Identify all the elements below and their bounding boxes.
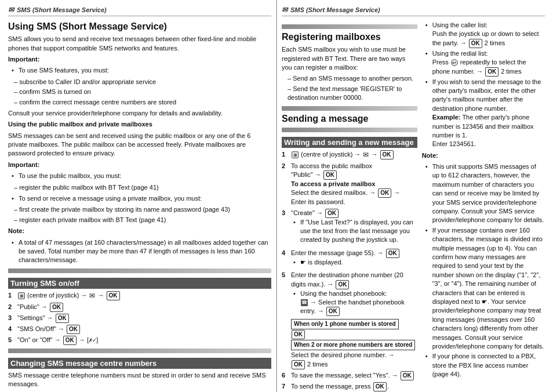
step4-note: ☛ is displayed. bbox=[293, 258, 417, 267]
list-item: register each private mailbox with BT Te… bbox=[14, 216, 271, 224]
step-item: 4 Enter the message (page 55). → OK ☛ is… bbox=[282, 249, 417, 269]
grey-bar-1 bbox=[8, 268, 271, 273]
registering-section: Registering mailboxes Each SMS mailbox y… bbox=[282, 31, 417, 103]
mail-icon-left: ✉ bbox=[8, 6, 14, 14]
step-item: 7 To send the message, press OK. To canc… bbox=[282, 382, 417, 392]
stored-box-1: When only 1 phone number is stored bbox=[291, 319, 399, 329]
mailbox-list: To use the public mailbox, you must: bbox=[12, 172, 271, 180]
mail-icon: ✉ bbox=[363, 150, 369, 160]
stored-box-2: When 2 or more phone numbers are stored bbox=[291, 340, 415, 350]
left-header: ✉ SMS (Short Message Service) bbox=[8, 6, 271, 16]
mailbox-dash-1: register the public mailbox with BT Text… bbox=[14, 183, 271, 192]
step5-note: Using the handset phonebook: ☎ → Select … bbox=[293, 289, 417, 317]
right-two-col: Registering mailboxes Each SMS mailbox y… bbox=[282, 21, 545, 392]
mailbox-body: SMS messages can be sent and received us… bbox=[8, 132, 271, 158]
ok-btn: OK bbox=[380, 150, 394, 159]
left-header-text: SMS (Short Message Service) bbox=[17, 6, 107, 13]
list-item: Using the handset phonebook: ☎ → Select … bbox=[293, 289, 417, 317]
note-label-1: Note: bbox=[8, 227, 271, 235]
changing-sms-body1: SMS message centre telephone numbers mus… bbox=[8, 371, 271, 389]
mailbox-list-2: To send or receive a message using a pri… bbox=[12, 194, 271, 203]
writing-title: Writing and sending a new message bbox=[282, 137, 417, 148]
list-item: If "Use Last Text?" is displayed, you ca… bbox=[293, 218, 417, 245]
ok-btn: OK bbox=[50, 303, 63, 312]
grey-bar-3 bbox=[282, 24, 417, 29]
list-item: This unit supports SMS messages of up to… bbox=[425, 162, 545, 225]
ok-btn: OK bbox=[326, 307, 340, 316]
list-item: To use the public mailbox, you must: bbox=[12, 172, 271, 180]
step-item: 2 To access the public mailbox "Public" … bbox=[282, 162, 417, 207]
right-col-right: Using the caller list: Push the joystick… bbox=[422, 21, 545, 392]
ok-btn: OK bbox=[485, 67, 499, 77]
dash-list-1: subscribe to Caller ID and/or appropriat… bbox=[14, 78, 271, 107]
important-label-2: Important: bbox=[8, 161, 271, 169]
sending-title: Sending a message bbox=[282, 113, 417, 124]
using-sms-consult: Consult your service provider/telephone … bbox=[8, 109, 271, 118]
note-label-4: Note: bbox=[422, 151, 545, 160]
mailbox-subsection: Using the public mailbox and private mai… bbox=[8, 120, 271, 264]
mail-icon-right: ✉ bbox=[282, 6, 288, 14]
joystick-icon: ⊕ bbox=[18, 292, 25, 299]
list-item: To use SMS features, you must: bbox=[12, 66, 271, 75]
important-label-1: Important: bbox=[8, 55, 271, 64]
ok-btn: OK bbox=[63, 336, 77, 345]
step-item: 5 "On" or "Off" → OK → [✗✓] bbox=[8, 336, 271, 345]
changing-sms-title: Changing SMS message centre numbers bbox=[8, 358, 271, 369]
ok-btn: OK bbox=[292, 330, 305, 339]
list-item: If your message contains over 160 charac… bbox=[425, 226, 545, 351]
ok-btn: OK bbox=[401, 371, 414, 380]
joystick-icon: ⊕ bbox=[292, 151, 299, 158]
step-item: 5 Enter the destination phone number (20… bbox=[282, 271, 417, 369]
mailbox-subtitle: Using the public mailbox and private mai… bbox=[8, 120, 271, 129]
ok-btn: OK bbox=[469, 39, 482, 48]
right-header: ✉ SMS (Short Message Service) bbox=[282, 6, 545, 16]
list-item: If you wish to send the message to the o… bbox=[425, 78, 545, 149]
ok-btn: OK bbox=[386, 249, 399, 258]
list-item: first create the private mailbox by stor… bbox=[14, 205, 271, 214]
step-item: 6 To save the message, select "Yes". → O… bbox=[282, 371, 417, 380]
sending-section: Sending a message Writing and sending a … bbox=[282, 113, 417, 392]
turning-sms-title: Turning SMS on/off bbox=[8, 278, 271, 289]
sending-steps: 1 ⊕ (centre of joystick) → ✉ → OK 2 To a… bbox=[282, 150, 417, 392]
right-notes-list-2: This unit supports SMS messages of up to… bbox=[425, 162, 545, 379]
ok-btn: OK bbox=[336, 280, 349, 289]
ok-btn: OK bbox=[67, 325, 80, 334]
list-item: Using the redial list: Press ↩ repeatedl… bbox=[425, 49, 545, 77]
right-notes-list: Using the caller list: Push the joystick… bbox=[425, 21, 545, 149]
list-item: Send an SMS message to another person. bbox=[288, 74, 417, 83]
list-item: To send or receive a message using a pri… bbox=[12, 194, 271, 203]
ok-btn: OK bbox=[323, 170, 337, 180]
list-item: register the public mailbox with BT Text… bbox=[14, 183, 271, 192]
mail-icon: ✉ bbox=[89, 291, 95, 301]
changing-sms-section: Changing SMS message centre numbers SMS … bbox=[8, 358, 271, 392]
step-item: 3 "Create" → OK If "Use Last Text?" is d… bbox=[282, 209, 417, 247]
ok-btn: OK bbox=[325, 209, 339, 218]
using-sms-section: Using SMS (Short Message Service) SMS al… bbox=[8, 21, 271, 265]
right-header-text: SMS (Short Message Service) bbox=[290, 6, 380, 13]
page-container: ✉ SMS (Short Message Service) Using SMS … bbox=[0, 0, 553, 392]
step3-note: If "Use Last Text?" is displayed, you ca… bbox=[293, 218, 417, 245]
ok-btn: OK bbox=[56, 314, 69, 323]
turning-sms-section: Turning SMS on/off 1 ⊕ (centre of joysti… bbox=[8, 278, 271, 345]
list-item: ☛ is displayed. bbox=[293, 258, 417, 267]
ok-btn: OK bbox=[292, 360, 305, 369]
grey-bar-4 bbox=[282, 106, 417, 111]
list-item: If your phone is connected to a PBX, sto… bbox=[425, 352, 545, 379]
ok-btn: OK bbox=[378, 188, 391, 198]
step-item: 1 ⊕ (centre of joystick) → ✉ → OK bbox=[8, 291, 271, 301]
list-item: confirm the correct message centre numbe… bbox=[14, 98, 271, 107]
phonebook-icon: ☎ bbox=[301, 299, 308, 306]
grey-bar-5 bbox=[282, 128, 417, 132]
step-item: 1 ⊕ (centre of joystick) → ✉ → OK bbox=[282, 150, 417, 160]
step-item: 2 "Public" → OK bbox=[8, 303, 271, 312]
right-col-left: Registering mailboxes Each SMS mailbox y… bbox=[282, 21, 417, 392]
ok-btn: OK bbox=[373, 382, 387, 391]
turning-sms-steps: 1 ⊕ (centre of joystick) → ✉ → OK 2 "Pub… bbox=[8, 291, 271, 345]
using-sms-intro: SMS allows you to send and receive text … bbox=[8, 35, 271, 53]
registering-body: Each SMS mailbox you wish to use must be… bbox=[282, 45, 417, 72]
list-item: confirm SMS is turned on bbox=[14, 88, 271, 96]
registering-title: Registering mailboxes bbox=[282, 31, 417, 42]
list-item: A total of 47 messages (at 160 character… bbox=[12, 238, 271, 265]
note-list-1: A total of 47 messages (at 160 character… bbox=[12, 238, 271, 265]
registering-list: Send an SMS message to another person. S… bbox=[288, 74, 417, 102]
